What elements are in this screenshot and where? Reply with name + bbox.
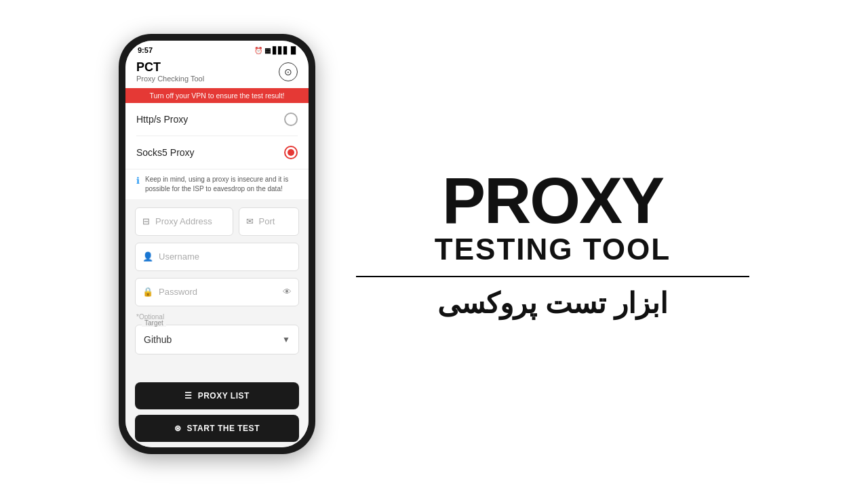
socks5-proxy-label: Socks5 Proxy bbox=[136, 147, 195, 158]
info-text: Keep in mind, using a proxy is insecure … bbox=[145, 175, 298, 194]
phone-outer: 9:57 ⏰ ▦ ▋▋▋ ▉ PCT Proxy Checking Tool ⊙… bbox=[119, 34, 315, 454]
username-placeholder: Username bbox=[159, 251, 199, 262]
app-subtitle: Proxy Checking Tool bbox=[136, 75, 204, 83]
username-field[interactable]: 👤 Username bbox=[135, 243, 299, 271]
start-test-label: START THE TEST bbox=[187, 424, 260, 433]
battery-icon: ▉ bbox=[291, 47, 296, 54]
port-field[interactable]: ✉ Port bbox=[239, 207, 299, 236]
port-icon: ✉ bbox=[246, 216, 254, 226]
info-box: ℹ Keep in mind, using a proxy is insecur… bbox=[125, 169, 309, 199]
app-name: PCT bbox=[136, 61, 204, 75]
vpn-warning-banner: Turn off your VPN to ensure the test res… bbox=[125, 88, 309, 103]
radar-icon: ⊛ bbox=[174, 424, 182, 433]
target-dropdown[interactable]: Github ▼ bbox=[135, 325, 299, 354]
port-placeholder: Port bbox=[259, 216, 275, 226]
alarm-icon: ⏰ bbox=[254, 47, 262, 54]
http-proxy-label: Http/s Proxy bbox=[136, 114, 188, 125]
proxy-address-placeholder: Proxy Address bbox=[155, 216, 212, 226]
vpn-warning-text: Turn off your VPN to ensure the test res… bbox=[149, 92, 284, 100]
info-icon: ℹ bbox=[136, 176, 140, 186]
proxy-list-label: PROXY LIST bbox=[198, 391, 250, 401]
status-time: 9:57 bbox=[138, 46, 153, 54]
start-test-button[interactable]: ⊛ START THE TEST bbox=[135, 415, 299, 442]
github-icon[interactable]: ⊙ bbox=[279, 62, 298, 81]
brand-testing-tool-text: TESTING TOOL bbox=[435, 233, 671, 266]
password-placeholder: Password bbox=[159, 287, 197, 297]
page-wrapper: 9:57 ⏰ ▦ ▋▋▋ ▉ PCT Proxy Checking Tool ⊙… bbox=[0, 0, 868, 488]
proxy-port-row: ⊟ Proxy Address ✉ Port bbox=[135, 207, 299, 236]
sim-icon: ▦ bbox=[264, 47, 271, 54]
target-value: Github bbox=[144, 334, 172, 345]
chevron-down-icon: ▼ bbox=[282, 335, 290, 344]
target-label: Target bbox=[142, 319, 166, 327]
status-icons: ⏰ ▦ ▋▋▋ ▉ bbox=[254, 47, 296, 54]
username-icon: 👤 bbox=[142, 251, 153, 262]
lock-icon: 🔒 bbox=[142, 287, 153, 297]
list-icon: ☰ bbox=[184, 391, 193, 401]
password-field[interactable]: 🔒 Password 👁 bbox=[135, 278, 299, 306]
proxy-list-button[interactable]: ☰ PROXY LIST bbox=[135, 382, 299, 409]
password-left: 🔒 Password bbox=[142, 287, 197, 297]
app-bar: PCT Proxy Checking Tool ⊙ bbox=[125, 57, 309, 88]
target-dropdown-wrapper: Target Github ▼ bbox=[135, 325, 299, 354]
http-proxy-radio[interactable] bbox=[284, 113, 298, 126]
signal-icon: ▋▋▋ bbox=[273, 47, 289, 54]
app-title: PCT Proxy Checking Tool bbox=[136, 61, 204, 83]
socks5-proxy-radio[interactable] bbox=[284, 146, 298, 159]
brand-proxy-text: PROXY bbox=[442, 168, 663, 233]
phone-inner: 9:57 ⏰ ▦ ▋▋▋ ▉ PCT Proxy Checking Tool ⊙… bbox=[125, 41, 309, 447]
branding-section: PROXY TESTING TOOL ابزار تست پروکسی bbox=[356, 168, 749, 319]
brand-persian-text: ابزار تست پروکسی bbox=[437, 287, 667, 320]
brand-divider bbox=[356, 276, 749, 277]
proxy-address-field[interactable]: ⊟ Proxy Address bbox=[135, 207, 233, 236]
proxy-address-icon: ⊟ bbox=[142, 216, 150, 226]
username-left: 👤 Username bbox=[142, 251, 199, 262]
app-content: Http/s Proxy Socks5 Proxy ℹ Keep in mind… bbox=[125, 103, 309, 373]
bottom-area: ☰ PROXY LIST ⊛ START THE TEST bbox=[125, 373, 309, 447]
eye-icon[interactable]: 👁 bbox=[283, 287, 292, 297]
http-proxy-option[interactable]: Http/s Proxy bbox=[136, 103, 298, 136]
socks5-proxy-option[interactable]: Socks5 Proxy bbox=[136, 136, 298, 169]
form-section: ⊟ Proxy Address ✉ Port 👤 Username bbox=[125, 199, 309, 354]
status-bar: 9:57 ⏰ ▦ ▋▋▋ ▉ bbox=[125, 41, 309, 57]
radio-section: Http/s Proxy Socks5 Proxy bbox=[125, 103, 309, 169]
